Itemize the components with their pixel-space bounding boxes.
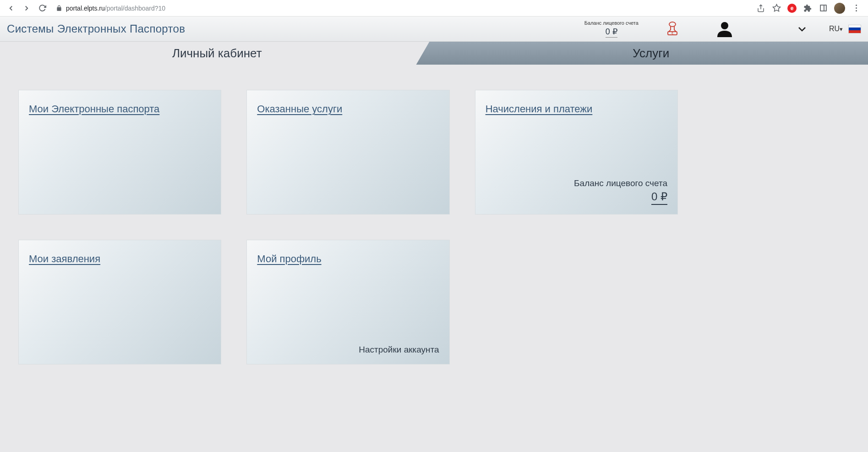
card-my-passports[interactable]: Мои Электронные паспорта bbox=[18, 90, 221, 215]
card-title: Начисления и платежи bbox=[486, 103, 593, 115]
app-header: Системы Электронных Паспортов Баланс лиц… bbox=[0, 17, 868, 42]
stamp-icon[interactable]: € bbox=[666, 22, 679, 36]
address-bar[interactable]: portal.elpts.ru/portal/dashboard?10 bbox=[51, 5, 753, 12]
chevron-down-icon[interactable] bbox=[798, 26, 806, 32]
reload-button[interactable] bbox=[36, 2, 49, 15]
main-content: Мои Электронные паспорта Оказанные услуг… bbox=[0, 65, 868, 383]
svg-text:€: € bbox=[671, 32, 673, 35]
svg-rect-2 bbox=[820, 5, 826, 11]
card-title: Мой профиль bbox=[257, 253, 321, 265]
lock-icon bbox=[56, 5, 62, 11]
language-text: RU▾ bbox=[829, 25, 843, 33]
card-rendered-services[interactable]: Оказанные услуги bbox=[246, 90, 449, 215]
svg-point-4 bbox=[669, 22, 676, 27]
svg-point-7 bbox=[721, 22, 728, 29]
tabs-bar: Личный кабинет Услуги bbox=[0, 42, 868, 65]
url-text: portal.elpts.ru/portal/dashboard?10 bbox=[66, 5, 165, 12]
tab-personal-cabinet[interactable]: Личный кабинет bbox=[0, 42, 434, 65]
card-balance-label: Баланс лицевого счета bbox=[574, 178, 667, 188]
back-button[interactable] bbox=[5, 2, 17, 15]
user-silhouette-icon[interactable] bbox=[715, 21, 734, 37]
brand-title: Системы Электронных Паспортов bbox=[7, 22, 584, 35]
card-charges-payments[interactable]: Начисления и платежи Баланс лицевого сче… bbox=[475, 90, 678, 215]
forward-button[interactable] bbox=[20, 2, 33, 15]
card-profile-settings-label: Настройки аккаунта bbox=[359, 345, 439, 355]
browser-right-icons: e bbox=[756, 3, 863, 14]
card-my-applications[interactable]: Мои заявления bbox=[18, 240, 221, 364]
svg-marker-1 bbox=[773, 5, 780, 11]
card-title: Оказанные услуги bbox=[257, 103, 342, 115]
menu-icon[interactable] bbox=[852, 5, 861, 11]
browser-bar: portal.elpts.ru/portal/dashboard?10 e bbox=[0, 0, 868, 17]
panel-icon[interactable] bbox=[819, 4, 828, 13]
balance-label: Баланс лицевого счета bbox=[584, 20, 639, 26]
tab-services[interactable]: Услуги bbox=[434, 42, 868, 65]
card-my-profile[interactable]: Мой профиль Настройки аккаунта bbox=[246, 240, 449, 364]
share-icon[interactable] bbox=[756, 4, 765, 13]
empty-cell bbox=[475, 240, 678, 364]
extension-red-icon[interactable]: e bbox=[787, 4, 797, 13]
extensions-icon[interactable] bbox=[803, 4, 812, 13]
cards-grid: Мои Электронные паспорта Оказанные услуг… bbox=[18, 90, 678, 364]
flag-ru-icon bbox=[848, 25, 861, 33]
language-selector[interactable]: RU▾ bbox=[829, 25, 861, 33]
card-title: Мои Электронные паспорта bbox=[29, 103, 159, 115]
header-balance[interactable]: Баланс лицевого счета 0 ₽ bbox=[584, 20, 639, 38]
card-title: Мои заявления bbox=[29, 253, 100, 265]
card-balance-value: 0 ₽ bbox=[651, 190, 667, 205]
profile-avatar-icon[interactable] bbox=[834, 3, 845, 14]
star-icon[interactable] bbox=[772, 4, 781, 13]
balance-value: 0 ₽ bbox=[606, 27, 617, 38]
